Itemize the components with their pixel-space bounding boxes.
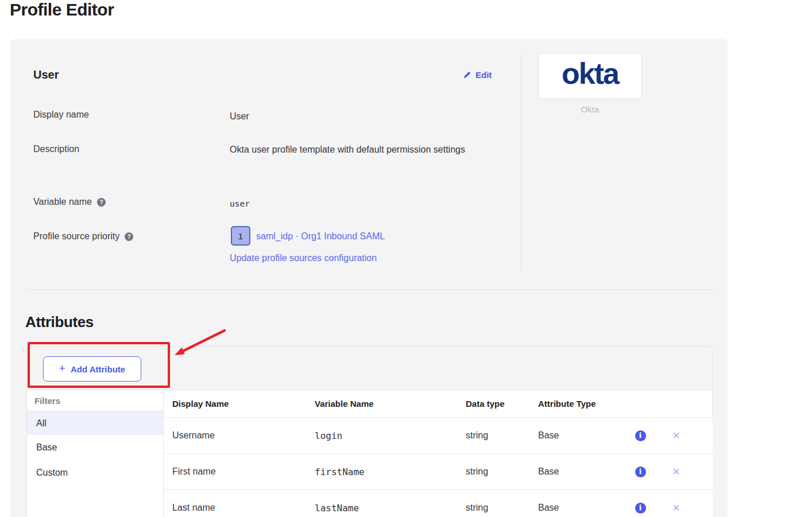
cell-attribute-type: Base bbox=[529, 430, 626, 441]
filter-item-all[interactable]: All bbox=[27, 411, 163, 435]
add-attribute-label: Add Attribute bbox=[71, 364, 125, 374]
filters-sidebar: Filters All Base Custom bbox=[27, 391, 163, 517]
okta-logo: okta bbox=[562, 59, 618, 88]
app-logo-card: okta bbox=[538, 53, 642, 99]
plus-icon: + bbox=[59, 362, 65, 375]
filter-item-base[interactable]: Base bbox=[27, 435, 163, 460]
description-value: Okta user profile template with default … bbox=[230, 141, 471, 158]
description-label: Description bbox=[33, 144, 79, 154]
variable-name-label: Variable name ? bbox=[33, 197, 106, 207]
variable-name-value: user bbox=[230, 195, 250, 212]
edit-button[interactable]: Edit bbox=[463, 70, 492, 80]
priority-number-badge: 1 bbox=[231, 226, 250, 246]
page-title: Profile Editor bbox=[10, 0, 114, 20]
display-name-value: User bbox=[230, 108, 249, 125]
cell-variable-name: firstName bbox=[306, 467, 457, 477]
filter-item-custom[interactable]: Custom bbox=[27, 460, 163, 485]
logo-caption: Okta bbox=[538, 104, 642, 114]
cell-display-name: First name bbox=[164, 467, 306, 477]
profile-source-link[interactable]: saml_idp · Org1 Inbound SAML bbox=[256, 231, 385, 242]
cell-data-type: string bbox=[457, 430, 529, 441]
cell-display-name: Username bbox=[164, 430, 306, 441]
cell-data-type: string bbox=[457, 467, 529, 477]
column-attribute-type: Attribute Type bbox=[529, 399, 626, 409]
user-section-heading: User bbox=[33, 68, 59, 81]
column-display-name: Display Name bbox=[164, 399, 306, 409]
info-icon[interactable]: i bbox=[635, 503, 646, 514]
add-attribute-button[interactable]: + Add Attribute bbox=[43, 356, 141, 382]
cell-variable-name: lastName bbox=[306, 503, 457, 514]
vertical-divider bbox=[521, 55, 521, 271]
edit-label: Edit bbox=[475, 70, 492, 80]
column-variable-name: Variable Name bbox=[306, 399, 457, 409]
remove-attribute-icon[interactable]: ✕ bbox=[672, 431, 680, 441]
attributes-table: Display Name Variable Name Data type Att… bbox=[164, 390, 713, 517]
info-icon[interactable]: i bbox=[635, 430, 646, 441]
table-header-row: Display Name Variable Name Data type Att… bbox=[164, 390, 713, 417]
section-divider bbox=[25, 289, 714, 290]
update-profile-sources-link[interactable]: Update profile sources configuration bbox=[230, 253, 377, 263]
cell-variable-name: login bbox=[306, 430, 457, 441]
table-row: Username login string Base i ✕ bbox=[164, 417, 713, 453]
pencil-icon bbox=[463, 71, 471, 79]
profile-editor-page: Profile Editor User Edit okta Okta Displ… bbox=[0, 0, 812, 517]
filters-header: Filters bbox=[27, 391, 163, 411]
column-data-type: Data type bbox=[457, 399, 529, 409]
cell-display-name: Last name bbox=[164, 503, 306, 513]
help-icon[interactable]: ? bbox=[125, 232, 133, 241]
help-icon[interactable]: ? bbox=[97, 198, 106, 207]
cell-attribute-type: Base bbox=[529, 467, 626, 477]
cell-data-type: string bbox=[457, 503, 529, 513]
remove-attribute-icon[interactable]: ✕ bbox=[672, 467, 680, 477]
remove-attribute-icon[interactable]: ✕ bbox=[672, 503, 680, 513]
cell-attribute-type: Base bbox=[529, 503, 626, 513]
display-name-label: Display name bbox=[33, 110, 89, 120]
info-icon[interactable]: i bbox=[635, 467, 646, 477]
profile-source-priority-label: Profile source priority ? bbox=[33, 231, 133, 242]
table-row: Last name lastName string Base i ✕ bbox=[164, 489, 713, 517]
attributes-heading: Attributes bbox=[25, 313, 94, 331]
table-row: First name firstName string Base i ✕ bbox=[164, 453, 713, 489]
